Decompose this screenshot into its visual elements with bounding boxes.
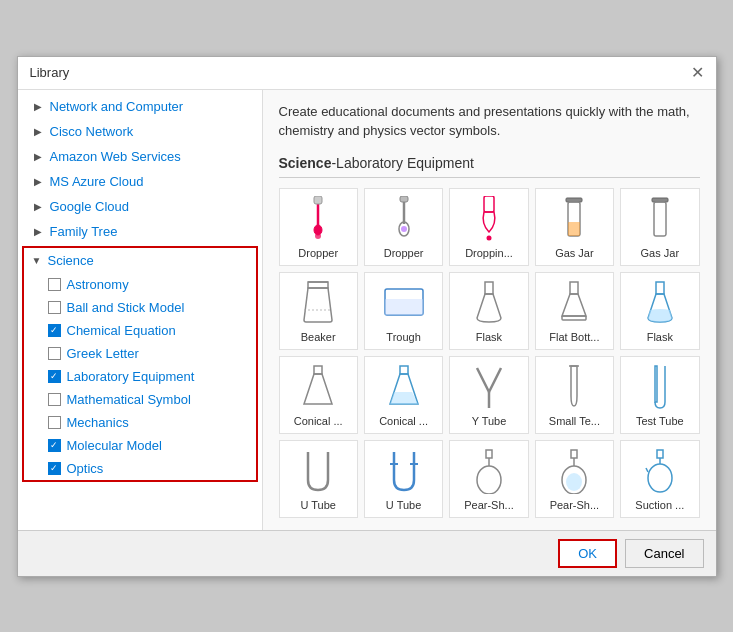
icon-label: Pear-Sh... xyxy=(550,499,600,511)
sub-item-label: Mechanics xyxy=(67,415,129,430)
utube1-icon xyxy=(294,447,342,495)
sidebar-item-azure[interactable]: ▶ MS Azure Cloud xyxy=(18,169,262,194)
arrow-icon: ▶ xyxy=(34,126,46,137)
grid-title-suffix: -Laboratory Equipment xyxy=(331,155,473,171)
sidebar-item-label: Amazon Web Services xyxy=(50,149,181,164)
list-item[interactable]: Flat Bott... xyxy=(535,272,614,350)
ok-button[interactable]: OK xyxy=(558,539,617,568)
sidebar-item-label: Science xyxy=(48,253,94,268)
icon-label: Flat Bott... xyxy=(549,331,599,343)
list-item[interactable]: Conical ... xyxy=(279,356,358,434)
trough-icon xyxy=(380,279,428,327)
sub-item-math[interactable]: Mathematical Symbol xyxy=(24,388,256,411)
arrow-icon: ▶ xyxy=(34,201,46,212)
list-item[interactable]: Flask xyxy=(449,272,528,350)
svg-rect-22 xyxy=(562,316,586,320)
svg-rect-14 xyxy=(654,202,666,236)
list-item[interactable]: U Tube xyxy=(364,440,443,518)
icon-label: Beaker xyxy=(301,331,336,343)
sub-item-label: Optics xyxy=(67,461,104,476)
checkbox-chemical[interactable] xyxy=(48,324,61,337)
sub-item-label: Chemical Equation xyxy=(67,323,176,338)
list-item[interactable]: Dropper xyxy=(364,188,443,266)
icon-label: Y Tube xyxy=(472,415,507,427)
checkbox-ball-stick[interactable] xyxy=(48,301,61,314)
dropping-icon xyxy=(465,195,513,243)
cancel-button[interactable]: Cancel xyxy=(625,539,703,568)
sub-item-lab[interactable]: Laboratory Equipment xyxy=(24,365,256,388)
list-item[interactable]: Pear-Sh... xyxy=(449,440,528,518)
conical1-icon xyxy=(294,363,342,411)
sub-item-label: Astronomy xyxy=(67,277,129,292)
sidebar-item-aws[interactable]: ▶ Amazon Web Services xyxy=(18,144,262,169)
sidebar-item-label: Cisco Network xyxy=(50,124,134,139)
list-item[interactable]: Y Tube xyxy=(449,356,528,434)
sidebar-item-google[interactable]: ▶ Google Cloud xyxy=(18,194,262,219)
svg-line-28 xyxy=(489,368,501,392)
suction-icon xyxy=(636,447,684,495)
icon-label: Small Te... xyxy=(549,415,600,427)
list-item[interactable]: Dropper xyxy=(279,188,358,266)
sidebar-item-family-tree[interactable]: ▶ Family Tree xyxy=(18,219,262,244)
sidebar-item-label: Network and Computer xyxy=(50,99,184,114)
icon-label: Gas Jar xyxy=(641,247,680,259)
sub-item-optics[interactable]: Optics xyxy=(24,457,256,480)
svg-rect-24 xyxy=(314,366,322,374)
icon-label: Droppin... xyxy=(465,247,513,259)
flatbottom-icon xyxy=(550,279,598,327)
close-button[interactable]: ✕ xyxy=(691,65,704,81)
list-item[interactable]: Gas Jar xyxy=(620,188,699,266)
sidebar-item-label: Google Cloud xyxy=(50,199,130,214)
sub-item-greek[interactable]: Greek Letter xyxy=(24,342,256,365)
list-item[interactable]: Beaker xyxy=(279,272,358,350)
sidebar-item-cisco[interactable]: ▶ Cisco Network xyxy=(18,119,262,144)
sidebar-item-network[interactable]: ▶ Network and Computer xyxy=(18,94,262,119)
icon-label: Flask xyxy=(647,331,673,343)
svg-rect-33 xyxy=(486,450,492,458)
dialog-title: Library xyxy=(30,65,70,80)
dialog-body: ▶ Network and Computer ▶ Cisco Network ▶… xyxy=(18,90,716,530)
sub-item-astronomy[interactable]: Astronomy xyxy=(24,273,256,296)
sub-item-molecular[interactable]: Molecular Model xyxy=(24,434,256,457)
checkbox-math[interactable] xyxy=(48,393,61,406)
description-text: Create educational documents and present… xyxy=(279,102,700,141)
sub-item-ball-stick[interactable]: Ball and Stick Model xyxy=(24,296,256,319)
icon-label: Flask xyxy=(476,331,502,343)
checkbox-greek[interactable] xyxy=(48,347,61,360)
smalltest-icon xyxy=(550,363,598,411)
svg-rect-36 xyxy=(571,450,577,458)
svg-point-3 xyxy=(315,233,321,239)
list-item[interactable]: Conical ... xyxy=(364,356,443,434)
list-item[interactable]: Flask xyxy=(620,272,699,350)
svg-point-6 xyxy=(401,226,407,232)
sub-item-mechanics[interactable]: Mechanics xyxy=(24,411,256,434)
list-item[interactable]: Small Te... xyxy=(535,356,614,434)
left-panel: ▶ Network and Computer ▶ Cisco Network ▶… xyxy=(18,90,263,530)
checkbox-optics[interactable] xyxy=(48,462,61,475)
arrow-icon: ▶ xyxy=(34,176,46,187)
list-item[interactable]: Gas Jar xyxy=(535,188,614,266)
list-item[interactable]: Droppin... xyxy=(449,188,528,266)
icon-label: Gas Jar xyxy=(555,247,594,259)
list-item[interactable]: Suction ... xyxy=(620,440,699,518)
sidebar-item-science[interactable]: ▼ Science xyxy=(24,248,256,273)
checkbox-mechanics[interactable] xyxy=(48,416,61,429)
beaker-icon xyxy=(294,279,342,327)
checkbox-lab[interactable] xyxy=(48,370,61,383)
library-dialog: Library ✕ ▶ Network and Computer ▶ Cisco… xyxy=(17,56,717,577)
sub-item-chemical[interactable]: Chemical Equation xyxy=(24,319,256,342)
pear1-icon xyxy=(465,447,513,495)
dropper2-icon xyxy=(380,195,428,243)
sub-item-label: Greek Letter xyxy=(67,346,139,361)
checkbox-molecular[interactable] xyxy=(48,439,61,452)
list-item[interactable]: Test Tube xyxy=(620,356,699,434)
svg-rect-8 xyxy=(484,196,494,212)
icon-grid: Dropper Dropper xyxy=(279,188,700,518)
list-item[interactable]: U Tube xyxy=(279,440,358,518)
list-item[interactable]: Trough xyxy=(364,272,443,350)
icon-label: Pear-Sh... xyxy=(464,499,514,511)
checkbox-astronomy[interactable] xyxy=(48,278,61,291)
sidebar-item-label: Family Tree xyxy=(50,224,118,239)
grid-title-prefix: Science xyxy=(279,155,332,171)
list-item[interactable]: Pear-Sh... xyxy=(535,440,614,518)
